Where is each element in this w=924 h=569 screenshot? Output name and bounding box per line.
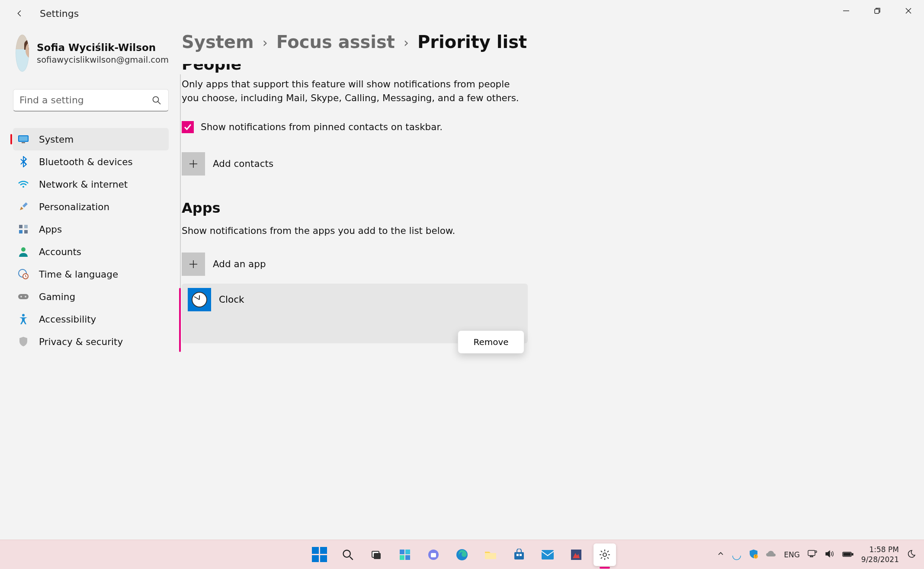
sidebar-item-label: Accounts [39, 246, 81, 257]
svg-rect-30 [405, 550, 410, 554]
search-icon [151, 95, 162, 107]
widgets-icon[interactable] [394, 543, 416, 566]
apps-description: Show notifications from the apps you add… [182, 224, 528, 238]
maximize-button[interactable] [862, 0, 893, 22]
tray-time: 1:58 PM [861, 545, 899, 554]
breadcrumb-item[interactable]: System [182, 32, 254, 52]
svg-point-18 [20, 296, 22, 297]
minimize-button[interactable] [831, 0, 862, 22]
svg-rect-10 [19, 225, 22, 228]
plus-icon [182, 152, 205, 176]
person-icon [17, 246, 29, 258]
file-explorer-icon[interactable] [479, 543, 502, 566]
tray-datetime[interactable]: 1:58 PM 9/28/2021 [861, 545, 899, 564]
app-list-item-selected[interactable]: Clock Remove [182, 284, 528, 343]
window-controls [831, 0, 924, 22]
shield-icon [17, 336, 29, 348]
accessibility-icon [17, 313, 29, 325]
taskbar-center [308, 543, 616, 566]
search-taskbar-icon[interactable] [337, 543, 359, 566]
svg-point-20 [22, 314, 25, 316]
context-menu-label: Remove [473, 337, 508, 347]
pinned-app-icon[interactable] [565, 543, 587, 566]
svg-rect-1 [875, 9, 879, 13]
sidebar-item-network[interactable]: Network & internet [13, 173, 169, 195]
teams-icon[interactable] [422, 543, 445, 566]
tray-overflow-icon[interactable] [717, 550, 724, 559]
sidebar-item-apps[interactable]: Apps [13, 218, 169, 240]
close-button[interactable] [893, 0, 924, 22]
tray-focus-icon[interactable] [907, 549, 916, 560]
breadcrumb-item[interactable]: Focus assist [276, 32, 395, 52]
taskbar: ◡ ! ENG 1:58 PM 9/28/2021 [0, 540, 924, 569]
gamepad-icon [17, 291, 29, 303]
section-heading-people: People [182, 55, 907, 73]
breadcrumb-item-current: Priority list [417, 32, 527, 52]
sidebar-item-time-language[interactable]: Time & language [13, 263, 169, 285]
tray-volume-icon[interactable] [825, 550, 834, 559]
search-box[interactable] [13, 89, 169, 112]
svg-rect-17 [18, 294, 29, 299]
tray-security-icon[interactable]: ! [749, 549, 758, 560]
sidebar: Sofia Wyciślik-Wilson sofiawycislikwilso… [0, 27, 182, 540]
sidebar-item-system[interactable]: System [13, 128, 169, 150]
settings-taskbar-icon[interactable] [594, 543, 616, 566]
svg-rect-37 [514, 552, 524, 559]
sidebar-item-personalization[interactable]: Personalization [13, 195, 169, 218]
profile-block[interactable]: Sofia Wyciślik-Wilson sofiawycislikwilso… [13, 35, 169, 72]
add-app-label: Add an app [213, 259, 266, 269]
svg-point-19 [25, 296, 26, 297]
checkbox-checked-icon[interactable] [182, 121, 194, 133]
start-button[interactable] [308, 543, 330, 566]
search-input[interactable] [13, 89, 169, 112]
apps-icon [17, 223, 29, 235]
sidebar-item-privacy[interactable]: Privacy & security [13, 330, 169, 353]
svg-rect-32 [405, 555, 410, 560]
svg-rect-50 [844, 553, 850, 556]
sidebar-item-accounts[interactable]: Accounts [13, 240, 169, 263]
task-view-icon[interactable] [365, 543, 388, 566]
svg-point-42 [603, 553, 606, 556]
main-content: System › Focus assist › Priority list Pe… [182, 27, 924, 540]
svg-point-4 [153, 97, 159, 102]
svg-line-5 [158, 102, 160, 104]
svg-rect-38 [517, 554, 519, 556]
svg-rect-13 [24, 230, 28, 233]
pinned-contacts-checkbox-row[interactable]: Show notifications from pinned contacts … [182, 121, 907, 133]
svg-rect-7 [19, 136, 28, 141]
checkbox-label: Show notifications from pinned contacts … [201, 121, 443, 132]
svg-rect-46 [810, 556, 813, 557]
sidebar-item-label: Bluetooth & devices [39, 157, 133, 167]
sidebar-item-accessibility[interactable]: Accessibility [13, 308, 169, 330]
profile-email: sofiawycislikwilson@gmail.com [37, 55, 169, 65]
tray-language[interactable]: ENG [784, 550, 800, 559]
edge-icon[interactable] [451, 543, 473, 566]
tray-battery-icon[interactable] [842, 550, 853, 559]
svg-rect-8 [22, 142, 25, 143]
store-icon[interactable] [508, 543, 530, 566]
context-menu-remove[interactable]: Remove [458, 330, 524, 354]
sidebar-item-label: Privacy & security [39, 336, 123, 347]
add-app-button[interactable]: Add an app [182, 253, 907, 276]
sidebar-item-gaming[interactable]: Gaming [13, 285, 169, 308]
titlebar: Settings [0, 0, 924, 27]
back-button[interactable] [12, 6, 28, 21]
svg-rect-28 [374, 553, 381, 559]
tray-app-icon[interactable]: ◡ [732, 548, 742, 561]
bluetooth-icon [17, 156, 29, 168]
svg-text:!: ! [755, 555, 757, 559]
avatar [16, 35, 29, 72]
wifi-icon [17, 178, 29, 190]
sidebar-item-bluetooth[interactable]: Bluetooth & devices [13, 150, 169, 173]
monitor-icon [17, 133, 29, 145]
sidebar-item-label: Accessibility [39, 314, 96, 325]
chevron-right-icon: › [263, 35, 268, 50]
svg-point-47 [815, 551, 817, 553]
tray-onedrive-icon[interactable] [766, 550, 776, 559]
mail-icon[interactable] [536, 543, 559, 566]
add-contacts-button[interactable]: Add contacts [182, 152, 907, 176]
svg-rect-40 [542, 550, 554, 559]
sidebar-item-label: Gaming [39, 291, 75, 302]
svg-rect-34 [431, 553, 436, 557]
tray-touchpad-icon[interactable] [808, 550, 817, 559]
